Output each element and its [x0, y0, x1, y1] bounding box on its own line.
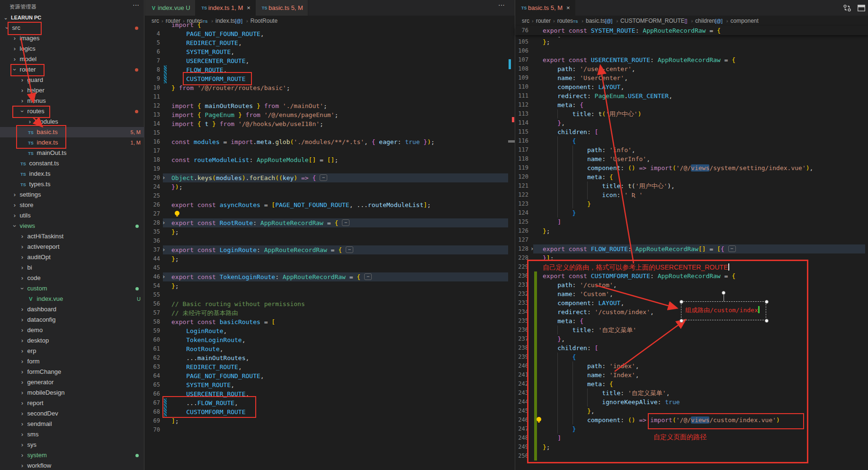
code-line[interactable]: 46›export const TokenLoginRoute: AppRout…	[145, 272, 515, 281]
code-line[interactable]: 16const modules = import.meta.glob('./mo…	[145, 137, 515, 146]
code-line[interactable]: 236title: '自定义菜单'	[515, 325, 868, 334]
code-line[interactable]: 239{	[515, 352, 868, 362]
lightbulb-icon[interactable]	[174, 211, 180, 217]
folded-code-ellipsis[interactable]: ⋯	[342, 219, 349, 226]
selection-handle[interactable]	[765, 319, 769, 323]
code-line[interactable]: 35};	[145, 227, 515, 236]
code-line[interactable]: 44};	[145, 254, 515, 263]
code-line[interactable]: 240path: 'index',	[515, 362, 868, 371]
code-line[interactable]: 124}	[515, 208, 868, 217]
code-line[interactable]: 9CUSTOMFORM_ROUTE	[145, 74, 515, 83]
code-line[interactable]: 65SYSTEM_ROUTE,	[145, 380, 515, 389]
code-line[interactable]: 122icon: ' Ʀ '	[515, 190, 868, 199]
code-line[interactable]: 60TokenLoginRoute,	[145, 335, 515, 344]
close-icon[interactable]: ×	[247, 4, 251, 11]
sidebar-item-index.ts[interactable]: TS index.ts1, M	[0, 137, 144, 148]
selection-handle[interactable]	[680, 300, 683, 304]
code-line[interactable]: 14import { t } from '/@/hooks/web/useI18…	[145, 119, 515, 128]
lightbulb-icon[interactable]	[536, 417, 542, 423]
annotation-textbox[interactable]: 组成路由/custom/index	[681, 301, 766, 320]
sidebar-item-system[interactable]: › system	[0, 450, 144, 461]
code-line[interactable]: 68CUSTOMFORM_ROUTE	[145, 407, 515, 416]
code-line[interactable]: 106	[515, 46, 868, 55]
code-line[interactable]: 4PAGE_NOT_FOUND_ROUTE,	[145, 29, 515, 38]
code-line[interactable]: 231path: '/custom',	[515, 280, 868, 289]
sidebar-item-desktop[interactable]: › desktop	[0, 335, 144, 346]
breadcrumb-segment[interactable]: CUSTOMFORM_ROUTE	[620, 18, 685, 24]
sidebar-item-index.ts[interactable]: TS index.ts	[0, 169, 144, 179]
code-line[interactable]: 116{	[515, 136, 868, 145]
code-line[interactable]: 24});	[145, 182, 515, 191]
code-line[interactable]: 232name: 'Custom',	[515, 289, 868, 298]
code-line[interactable]: 54};	[145, 281, 515, 290]
code-line[interactable]: 70	[145, 425, 515, 434]
code-line[interactable]: 27	[145, 209, 515, 218]
code-line[interactable]: 26export const asyncRoutes = [PAGE_NOT_F…	[145, 200, 515, 209]
sidebar-item-auditOpt[interactable]: › auditOpt	[0, 252, 144, 262]
sidebar-item-routes[interactable]: › routes	[0, 106, 144, 117]
code-line[interactable]: 123}	[515, 199, 868, 208]
sidebar-item-generator[interactable]: › generator	[0, 377, 144, 388]
code-line[interactable]: 28›export const RootRoute: AppRouteRecor…	[145, 218, 515, 227]
code-line[interactable]: 247}	[515, 425, 868, 434]
sidebar-item-report[interactable]: › report	[0, 398, 144, 408]
sidebar-item-dataconfig[interactable]: › dataconfig	[0, 315, 144, 325]
sidebar-item-settings[interactable]: › settings	[0, 190, 144, 200]
code-line[interactable]: 58export const basicRoutes = [	[145, 317, 515, 326]
code-line[interactable]: 6SYSTEM_ROUTE,	[145, 47, 515, 56]
fold-chevron-icon[interactable]: ›	[530, 244, 534, 253]
sidebar-item-actHiTaskinst[interactable]: › actHiTaskinst	[0, 231, 144, 242]
explorer-more-actions-icon[interactable]: ···	[133, 1, 139, 9]
code-line[interactable]: import {	[145, 20, 515, 29]
code-line[interactable]: 59LoginRoute,	[145, 326, 515, 335]
sidebar-item-index.vue[interactable]: V index.vueU	[0, 294, 144, 304]
tab-index.ts[interactable]: TSindex.ts 1, M×	[196, 0, 256, 16]
sidebar-item-store[interactable]: › store	[0, 200, 144, 210]
sidebar-item-formChange[interactable]: › formChange	[0, 367, 144, 377]
code-line[interactable]: 56// Basic routing without permissions	[145, 299, 515, 308]
code-line[interactable]: 107export const USERCENTER_ROUTE: AppRou…	[515, 55, 868, 64]
code-line[interactable]: 127	[515, 235, 868, 244]
code-line[interactable]: 57// 未经许可的基本路由	[145, 308, 515, 317]
code-line[interactable]: 18const routeModuleList: AppRouteModule[…	[145, 155, 515, 164]
code-line[interactable]: 250	[515, 452, 868, 461]
sidebar-item-model[interactable]: › model	[0, 54, 144, 64]
code-line[interactable]: 228}];	[515, 253, 868, 262]
code-line[interactable]: 67...FLOW_ROUTE,	[145, 398, 515, 407]
code-line[interactable]: 246component: () => import('/@/views/cus…	[515, 416, 868, 425]
rotation-handle[interactable]	[722, 291, 725, 295]
sidebar-item-src[interactable]: › src	[0, 23, 144, 33]
code-line[interactable]: 66USERCENTER_ROUTE,	[145, 389, 515, 398]
code-line[interactable]: 19	[145, 164, 515, 173]
code-line[interactable]: 63REDIRECT_ROUTE,	[145, 362, 515, 371]
sidebar-item-menus[interactable]: › menus	[0, 96, 144, 106]
folded-code-ellipsis[interactable]: ⋯	[364, 273, 372, 280]
code-line[interactable]: 230export const CUSTOMFORM_ROUTE: AppRou…	[515, 271, 868, 280]
sidebar-item-bi[interactable]: › bi	[0, 262, 144, 273]
sidebar-item-activereport[interactable]: › activereport	[0, 242, 144, 252]
fold-chevron-icon[interactable]: ›	[162, 218, 165, 227]
sidebar-item-logics[interactable]: › logics	[0, 44, 144, 54]
code-line[interactable]: 244ignoreKeepAlive: true	[515, 398, 868, 407]
code-line[interactable]: 128›export const FLOW_ROUTE: AppRouteRec…	[515, 244, 868, 253]
customize-layout-icon[interactable]	[857, 4, 866, 12]
code-line[interactable]: 37›export const LoginRoute: AppRouteReco…	[145, 245, 515, 254]
code-line[interactable]: 17	[145, 146, 515, 155]
code-line[interactable]: 105};	[515, 37, 868, 46]
code-line[interactable]: 15	[145, 128, 515, 137]
editor-group-divider[interactable]	[515, 0, 515, 470]
breadcrumb-segment[interactable]: children	[695, 18, 715, 24]
code-line[interactable]: 111redirect: PageEnum.USER_CENTER,	[515, 91, 868, 100]
sidebar-item-secondDev[interactable]: › secondDev	[0, 408, 144, 419]
selection-handle[interactable]	[680, 319, 683, 323]
code-line[interactable]: 76export const SYSTEM_ROUTE: AppRouteRec…	[515, 26, 868, 35]
code-line[interactable]: 241name: 'Index',	[515, 371, 868, 380]
workspace-root[interactable]: ⌄ LEARUN PC	[2, 12, 146, 23]
sidebar-item-form[interactable]: › form	[0, 356, 144, 367]
code-line[interactable]: 243title: '自定义菜单',	[515, 389, 868, 398]
tab-index.vue[interactable]: Vindex.vue U	[145, 0, 196, 16]
sidebar-item-guard[interactable]: › guard	[0, 75, 144, 85]
code-line[interactable]: 5REDIRECT_ROUTE,	[145, 38, 515, 47]
code-line[interactable]: 120meta: {	[515, 172, 868, 181]
selection-handle[interactable]	[765, 300, 769, 304]
